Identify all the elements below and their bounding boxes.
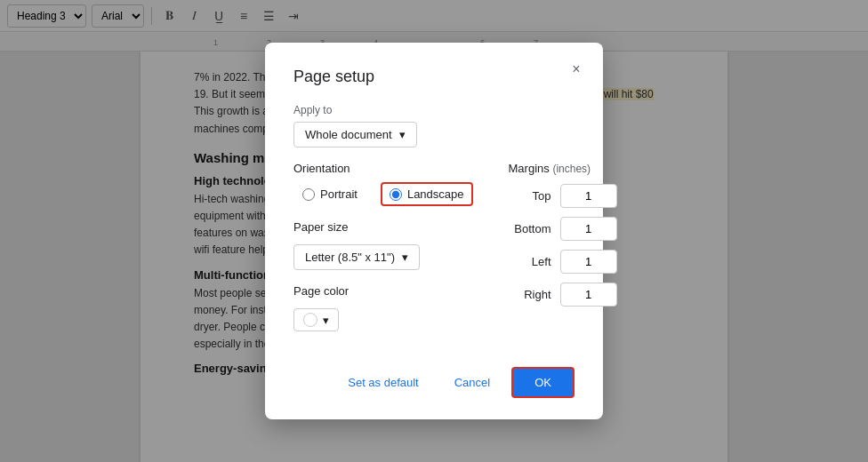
- bottom-input[interactable]: [560, 217, 617, 241]
- portrait-radio[interactable]: [302, 188, 315, 201]
- apply-to-section: Apply to Whole document ▾: [293, 104, 575, 147]
- page-color-section: Page color ▾: [293, 284, 473, 331]
- apply-to-label: Apply to: [293, 104, 575, 116]
- apply-to-value: Whole document: [305, 128, 392, 141]
- landscape-label: Landscape: [407, 187, 464, 201]
- page-color-label: Page color: [293, 284, 473, 298]
- paper-size-section: Paper size Letter (8.5" x 11") ▾: [293, 220, 473, 270]
- margins-label: Margins (inches): [509, 162, 617, 175]
- left-margin-row: Left: [509, 250, 617, 274]
- left-input[interactable]: [560, 250, 617, 274]
- ok-button[interactable]: OK: [511, 367, 575, 398]
- landscape-radio[interactable]: [390, 188, 402, 201]
- margins-label-text: Margins: [509, 162, 550, 175]
- right-input[interactable]: [560, 283, 617, 307]
- left-label: Left: [509, 255, 551, 268]
- top-label: Top: [509, 189, 551, 203]
- paper-size-chevron: ▾: [402, 251, 408, 264]
- set-default-button[interactable]: Set as default: [334, 367, 433, 398]
- page-setup-dialog: Page setup × Apply to Whole document ▾ O…: [265, 43, 603, 419]
- dialog-title: Page setup: [293, 68, 575, 86]
- page-color-button[interactable]: ▾: [293, 308, 339, 331]
- left-column: Orientation Portrait Landscape: [293, 162, 473, 346]
- top-input[interactable]: [560, 184, 617, 208]
- paper-size-value: Letter (8.5" x 11"): [305, 251, 395, 264]
- orientation-label: Orientation: [293, 162, 473, 175]
- bottom-margin-row: Bottom: [509, 217, 617, 241]
- apply-to-dropdown[interactable]: Whole document ▾: [293, 122, 417, 147]
- color-swatch: [303, 313, 317, 327]
- modal-overlay: Page setup × Apply to Whole document ▾ O…: [0, 0, 868, 462]
- landscape-option[interactable]: Landscape: [381, 182, 473, 206]
- orientation-row: Portrait Landscape: [293, 182, 473, 206]
- bottom-label: Bottom: [509, 222, 551, 235]
- right-label: Right: [509, 288, 551, 301]
- top-margin-row: Top: [509, 184, 617, 208]
- paper-size-label: Paper size: [293, 220, 473, 234]
- apply-to-chevron: ▾: [399, 128, 406, 141]
- two-col-layout: Orientation Portrait Landscape: [293, 162, 575, 346]
- close-button[interactable]: ×: [564, 57, 589, 82]
- portrait-option[interactable]: Portrait: [293, 182, 366, 206]
- page-color-chevron: ▾: [323, 314, 329, 327]
- right-margin-row: Right: [509, 283, 617, 307]
- portrait-label: Portrait: [320, 187, 358, 201]
- margins-unit: (inches): [552, 163, 591, 175]
- dialog-footer: Set as default Cancel OK: [293, 367, 575, 398]
- paper-size-dropdown[interactable]: Letter (8.5" x 11") ▾: [293, 244, 420, 270]
- cancel-button[interactable]: Cancel: [440, 367, 504, 398]
- right-column: Margins (inches) Top Bottom Left: [509, 162, 617, 315]
- orientation-section: Orientation Portrait Landscape: [293, 162, 473, 206]
